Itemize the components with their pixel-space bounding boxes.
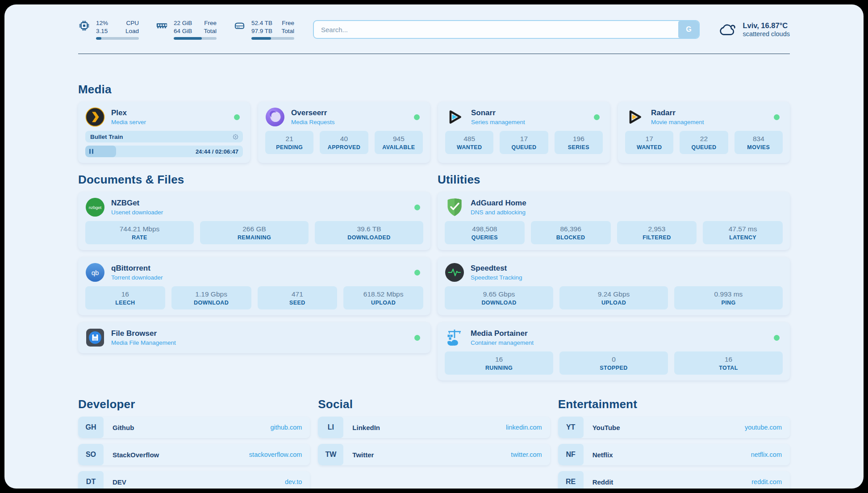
service-name: qBittorrent <box>111 264 163 273</box>
stat-value: 196 <box>573 135 584 143</box>
bookmark-name: Reddit <box>593 478 613 486</box>
stat-value: 17 <box>520 135 528 143</box>
service-card-sonarr[interactable]: Sonarr Series management 485 WANTED 17 Q… <box>438 102 610 163</box>
bookmark-abbr: NF <box>558 444 584 465</box>
service-card-qbittorrent[interactable]: qb qBittorrent Torrent downloader 16 LEE… <box>78 257 430 315</box>
service-card-filebrowser[interactable]: File Browser Media File Management <box>78 322 430 353</box>
stat-label: WANTED <box>457 144 482 150</box>
bookmark-url: dev.to <box>285 478 302 485</box>
service-card-plex[interactable]: Plex Media server Bullet Train <box>78 102 250 163</box>
service-description: Torrent downloader <box>111 274 163 281</box>
stat-label: APPROVED <box>328 144 360 150</box>
bookmark-dev[interactable]: DT DEV dev.to <box>78 471 310 489</box>
service-card-radarr[interactable]: Radarr Movie management 17 WANTED 22 QUE… <box>618 102 790 163</box>
stat-label: MOVIES <box>747 144 770 150</box>
service-name: AdGuard Home <box>471 199 526 208</box>
bookmark-youtube[interactable]: YT YouTube youtube.com <box>558 417 790 438</box>
bookmark-name: Github <box>113 424 134 431</box>
section-title-media: Media <box>78 83 790 96</box>
bookmark-linkedin[interactable]: LI LinkedIn linkedin.com <box>318 417 550 438</box>
nzbget-icon: nzbget <box>85 197 105 217</box>
top-bar: 12% 3.15 CPU Load <box>78 4 790 39</box>
bookmark-url: reddit.com <box>751 478 782 485</box>
service-name: File Browser <box>111 329 176 338</box>
adguard-icon <box>445 197 464 217</box>
bookmark-github[interactable]: GH Github github.com <box>78 417 310 438</box>
speedtest-icon <box>445 263 464 282</box>
plex-now-playing: Bullet Train 24:44 / 02:06:47 <box>85 131 243 157</box>
bookmark-reddit[interactable]: RE Reddit reddit.com <box>558 471 790 489</box>
stat-value: 16 <box>495 355 503 363</box>
memory-icon <box>156 20 168 32</box>
stat-value: 16 <box>725 355 732 363</box>
stat-value: 1.19 Gbps <box>195 290 227 298</box>
svg-text:qb: qb <box>92 269 99 276</box>
status-dot-online <box>414 114 420 120</box>
service-card-speedtest[interactable]: Speedtest Speedtest Tracking 9.65 Gbps D… <box>438 257 790 315</box>
header-divider <box>78 54 790 54</box>
bookmark-url: stackoverflow.com <box>249 451 302 458</box>
service-description: Series management <box>471 119 525 125</box>
service-card-overseerr[interactable]: Overseerr Media Requests 21 PENDING 40 A… <box>258 102 430 163</box>
service-card-nzbget[interactable]: nzbget NZBGet Usenet downloader 744.21 M… <box>78 192 430 250</box>
bookmark-url: netflix.com <box>751 451 782 458</box>
stat-pending: 21 PENDING <box>265 131 313 154</box>
stat-label: QUERIES <box>472 234 498 241</box>
playback-time: 24:44 / 02:06:47 <box>196 148 238 155</box>
service-description: Media Requests <box>291 119 335 125</box>
disk-widget: 52.4 TB 97.9 TB Free Total <box>234 19 294 40</box>
service-card-adguard[interactable]: AdGuard Home DNS and adblocking 498,508 … <box>438 192 790 250</box>
service-card-portainer[interactable]: Media Portainer Container management 16 … <box>438 322 790 380</box>
dashboard-page: 12% 3.15 CPU Load <box>4 4 864 489</box>
gear-icon[interactable] <box>232 134 239 140</box>
stat-label: TOTAL <box>719 365 738 371</box>
stat-value: 0 <box>612 355 616 363</box>
bookmark-twitter[interactable]: TW Twitter twitter.com <box>318 444 550 465</box>
section-title-developer: Developer <box>78 397 310 411</box>
stat-label: RATE <box>132 234 147 241</box>
memory-progress-bar <box>174 37 217 40</box>
search-provider-button[interactable]: G <box>678 21 699 38</box>
stat-value: 9.24 Gbps <box>598 290 630 298</box>
cpu-progress-bar <box>96 37 139 40</box>
stat-value: 16 <box>121 290 129 298</box>
stat-label: UPLOAD <box>371 300 396 306</box>
stat-label: FILTERED <box>643 234 671 241</box>
stat-label: DOWNLOAD <box>194 300 229 306</box>
stat-remaining: 266 GB REMAINING <box>200 221 309 244</box>
memory-free-label: Free <box>204 19 217 27</box>
bookmark-url: linkedin.com <box>506 424 542 431</box>
weather-condition: scattered clouds <box>743 30 790 38</box>
disk-progress-fill <box>251 37 271 40</box>
memory-widget: 22 GiB 64 GiB Free Total <box>156 19 217 40</box>
section-title-social: Social <box>318 397 550 411</box>
section-utilities: Utilities AdGuard Home DNS and adblockin… <box>438 173 790 380</box>
search-input[interactable] <box>313 20 700 39</box>
overseerr-icon <box>265 107 285 127</box>
bookmark-abbr: SO <box>78 444 104 465</box>
stat-queries: 498,508 QUERIES <box>445 221 525 244</box>
stat-download: 1.19 Gbps DOWNLOAD <box>171 286 251 309</box>
stat-label: LATENCY <box>729 234 756 241</box>
stat-label: QUEUED <box>512 144 537 150</box>
stat-downloaded: 39.6 TB DOWNLOADED <box>315 221 423 244</box>
section-developer: Developer GH Github github.com SO StackO… <box>78 397 310 489</box>
bookmark-url: twitter.com <box>511 451 542 458</box>
stat-label: DOWNLOAD <box>481 300 516 306</box>
stat-queued: 22 QUEUED <box>680 131 728 154</box>
pause-icon[interactable] <box>89 149 93 154</box>
playback-progress-bar: 24:44 / 02:06:47 <box>85 146 243 157</box>
bookmark-abbr: LI <box>318 417 343 438</box>
bookmark-netflix[interactable]: NF Netflix netflix.com <box>558 444 790 465</box>
stat-value: 39.6 TB <box>357 225 381 233</box>
bookmark-abbr: DT <box>78 471 104 489</box>
bookmark-stackoverflow[interactable]: SO StackOverflow stackoverflow.com <box>78 444 310 465</box>
cpu-icon <box>78 20 90 32</box>
stat-upload: 9.24 Gbps UPLOAD <box>559 286 668 309</box>
bookmark-name: LinkedIn <box>352 424 380 431</box>
bookmark-name: YouTube <box>593 424 620 431</box>
radarr-icon <box>625 107 645 127</box>
filebrowser-icon <box>85 328 105 347</box>
section-social: Social LI LinkedIn linkedin.com TW Twitt… <box>318 397 550 465</box>
stat-value: 9.65 Gbps <box>483 290 515 298</box>
